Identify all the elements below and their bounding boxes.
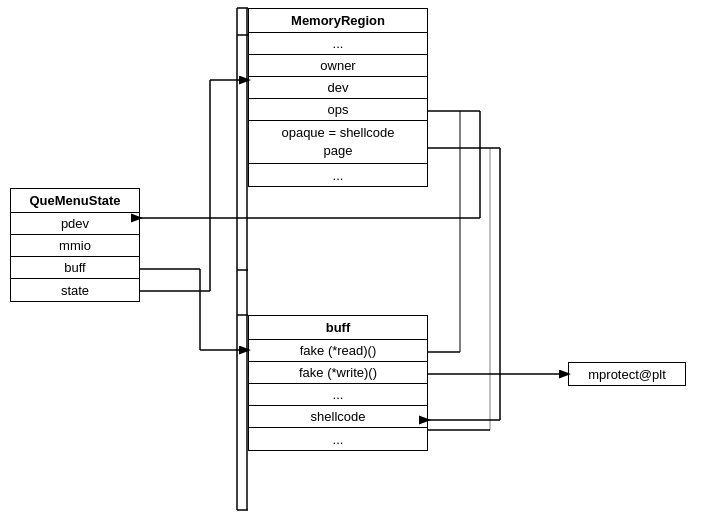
- field-buff: buff: [11, 257, 139, 279]
- field-opaque: opaque = shellcodepage: [249, 121, 427, 164]
- field-fake-write: fake (*write)(): [249, 362, 427, 384]
- field-fake-read: fake (*read)(): [249, 340, 427, 362]
- que-menu-state-title: QueMenuState: [11, 189, 139, 213]
- mprotect-label: mprotect@plt: [569, 363, 685, 385]
- diagram: QueMenuState pdev mmio buff state Memory…: [0, 0, 701, 524]
- field-shellcode: shellcode: [249, 406, 427, 428]
- memory-region-title: MemoryRegion: [249, 9, 427, 33]
- field-dev: dev: [249, 77, 427, 99]
- field-buff-dots2: ...: [249, 428, 427, 450]
- memory-region-box: MemoryRegion ... owner dev ops opaque = …: [248, 8, 428, 187]
- buff-title: buff: [249, 316, 427, 340]
- field-mr-dots2: ...: [249, 164, 427, 186]
- field-mr-dots1: ...: [249, 33, 427, 55]
- que-menu-state-box: QueMenuState pdev mmio buff state: [10, 188, 140, 302]
- field-owner: owner: [249, 55, 427, 77]
- field-ops: ops: [249, 99, 427, 121]
- field-state: state: [11, 279, 139, 301]
- field-mmio: mmio: [11, 235, 139, 257]
- field-pdev: pdev: [11, 213, 139, 235]
- mprotect-box: mprotect@plt: [568, 362, 686, 386]
- field-buff-dots1: ...: [249, 384, 427, 406]
- buff-box: buff fake (*read)() fake (*write)() ... …: [248, 315, 428, 451]
